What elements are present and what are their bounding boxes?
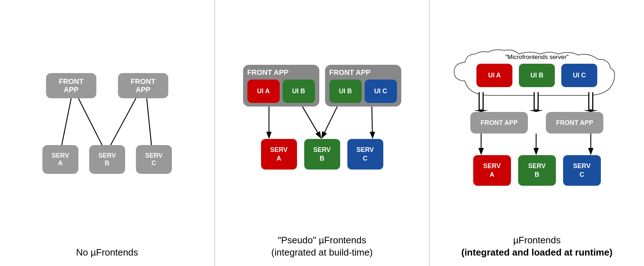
panel3-ui-row: UI A UI B UI C <box>447 61 627 92</box>
panel2-serv-a: SERVA <box>261 139 297 170</box>
svg-marker-12 <box>529 110 543 112</box>
panel2-ui-c: UI C <box>365 80 397 103</box>
panel3-caption: µFrontends (integrated and loaded at run… <box>461 234 612 259</box>
svg-line-2 <box>107 98 136 152</box>
panel2-ui-a: UI A <box>247 80 280 103</box>
panel-microfrontends: "Microfrontends server" UI A UI B UI C <box>430 0 644 266</box>
panel1-serv-c: SERVC <box>136 145 172 174</box>
panel1-diagram-area: FRONT APP FRONT APP SERVA SERVB SERVC <box>7 7 207 239</box>
panel3-bottom-arrows-svg <box>447 134 627 155</box>
panel1-front-app-1: FRONT APP <box>46 73 96 98</box>
panel3-front-apps-row: FRONT APP FRONT APP <box>470 112 603 134</box>
panel1-caption: No µFrontends <box>76 247 138 259</box>
panel1-diagram: FRONT APP FRONT APP SERVA SERVB SERVC <box>39 66 175 181</box>
panel3-top-arrows-svg <box>447 92 627 112</box>
panel3-cloud-container: "Microfrontends server" UI A UI B UI C <box>447 49 627 92</box>
panel2-group2: FRONT APP UI B UI C <box>325 65 401 107</box>
panel2-group2-label: FRONT APP <box>329 68 371 77</box>
panel2-diagram-area: FRONT APP UI A UI B FRONT APP UI B UI C <box>222 7 422 227</box>
svg-line-6 <box>322 107 337 137</box>
panel2-arrows-svg <box>243 107 401 139</box>
panel2-ui-b2: UI B <box>329 80 362 103</box>
panel2-arrows-container <box>243 107 401 139</box>
svg-line-7 <box>372 107 373 137</box>
panel3-front-app-1: FRONT APP <box>470 112 528 134</box>
svg-line-0 <box>60 98 71 152</box>
panel2-caption: "Pseudo" µFrontends (integrated at build… <box>271 234 373 259</box>
panel3-bottom-arrows <box>447 134 627 155</box>
panel2-caption-line1: "Pseudo" µFrontends <box>278 235 366 245</box>
panel-pseudo-microfrontends: FRONT APP UI A UI B FRONT APP UI B UI C <box>215 0 429 266</box>
panel-no-microfrontends: FRONT APP FRONT APP SERVA SERVB SERVC No… <box>0 0 214 266</box>
panel3-ui-c: UI C <box>561 64 597 87</box>
panel1-serv-a: SERVA <box>42 145 78 174</box>
panel3-serv-b: SERVB <box>518 155 556 186</box>
svg-marker-9 <box>474 110 488 112</box>
panel3-diagram-area: "Microfrontends server" UI A UI B UI C <box>437 7 637 227</box>
panel2-group1: FRONT APP UI A UI B <box>243 65 319 107</box>
panel2-servers-row: SERVA SERVB SERVC <box>261 139 383 170</box>
svg-line-1 <box>78 98 105 152</box>
panel3-ui-b: UI B <box>519 64 555 87</box>
panel2-group1-label: FRONT APP <box>247 68 289 77</box>
svg-marker-15 <box>584 110 598 112</box>
svg-line-5 <box>302 107 320 137</box>
panel2-ui-b1: UI B <box>283 80 315 103</box>
panel3-serv-c: SERVC <box>563 155 601 186</box>
panel2-serv-b: SERVB <box>304 139 340 170</box>
cloud-label: "Microfrontends server" <box>447 49 627 61</box>
svg-line-3 <box>147 98 152 152</box>
panel1-front-app-2: FRONT APP <box>118 73 168 98</box>
panel3-caption-line2: (integrated and loaded at runtime) <box>461 247 612 258</box>
panel3-caption-line1: µFrontends <box>513 235 561 245</box>
panel3-servers-row: SERVA SERVB SERVC <box>473 155 601 186</box>
panel3-front-app-2: FRONT APP <box>546 112 603 134</box>
panel3-ui-a: UI A <box>476 64 512 87</box>
panel2-caption-line2: (integrated at build-time) <box>271 247 373 258</box>
panel3-top-arrows <box>447 92 627 112</box>
panel3-serv-a: SERVA <box>473 155 511 186</box>
panel1-serv-b: SERVB <box>89 145 125 174</box>
panel2-serv-c: SERVC <box>347 139 383 170</box>
